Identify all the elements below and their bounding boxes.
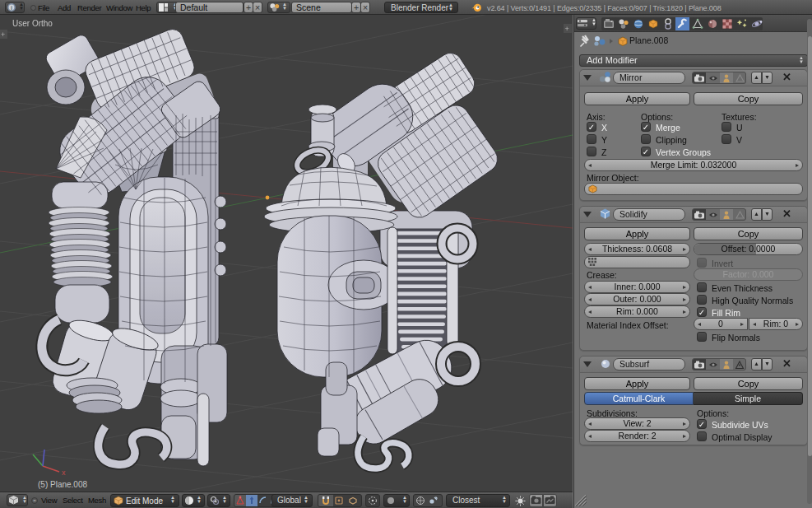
svg-text:x: x [62,468,66,477]
svg-text:User Ortho: User Ortho [12,19,53,28]
svg-text:+: + [1,30,5,39]
svg-text:Plane.008: Plane.008 [629,35,668,45]
svg-text:+: + [565,25,569,33]
svg-text:(5) Plane.008: (5) Plane.008 [38,480,87,489]
